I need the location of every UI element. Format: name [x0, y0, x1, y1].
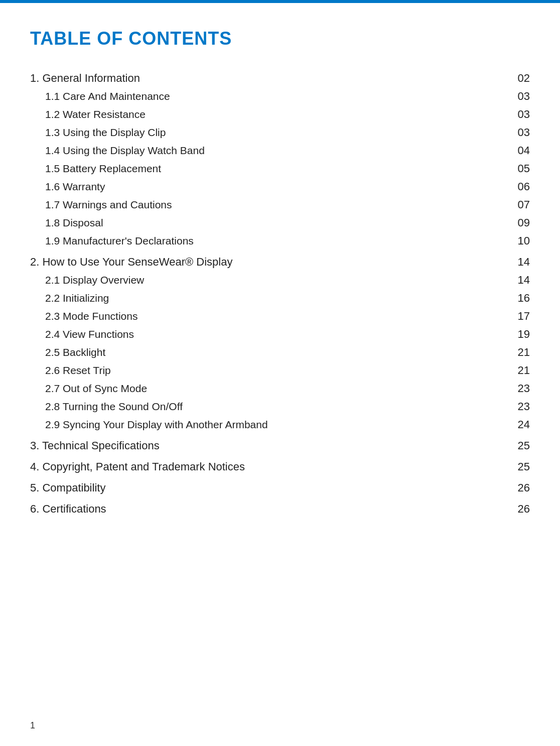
toc-sub-label-1.5: 1.5 Battery Replacement — [45, 163, 510, 175]
toc-sub-1.9: 1.9 Manufacturer's Declarations10 — [30, 232, 530, 250]
toc-sub-2.7: 2.7 Out of Sync Mode23 — [30, 380, 530, 398]
toc-sub-2.4: 2.4 View Functions19 — [30, 325, 530, 343]
toc-sub-page-2.9: 24 — [510, 418, 530, 431]
toc-sub-label-1.4: 1.4 Using the Display Watch Band — [45, 145, 510, 157]
toc-main-section-2: 2. How to Use Your SenseWear® Display14 — [30, 253, 530, 271]
toc-sub-2.5: 2.5 Backlight21 — [30, 343, 530, 361]
toc-main-section-1: 1. General Information02 — [30, 69, 530, 87]
toc-sub-label-2.4: 2.4 View Functions — [45, 328, 510, 340]
toc-sub-page-1.4: 04 — [510, 144, 530, 157]
toc-main-section-5: 5. Compatibility26 — [30, 479, 530, 497]
toc-sub-page-1.9: 10 — [510, 234, 530, 247]
toc-sub-2.2: 2.2 Initializing16 — [30, 289, 530, 307]
toc-sub-1.8: 1.8 Disposal09 — [30, 214, 530, 232]
toc-main-page-section-4: 25 — [510, 460, 530, 473]
toc-main-section-3: 3. Technical Specifications25 — [30, 437, 530, 455]
toc-sub-1.2: 1.2 Water Resistance03 — [30, 105, 530, 123]
toc-sub-page-1.3: 03 — [510, 126, 530, 139]
toc-sub-1.3: 1.3 Using the Display Clip03 — [30, 123, 530, 142]
toc-sub-page-1.1: 03 — [510, 90, 530, 103]
toc-container: 1. General Information021.1 Care And Mai… — [30, 69, 530, 518]
toc-main-label-section-1: 1. General Information — [30, 72, 510, 85]
toc-sub-label-1.3: 1.3 Using the Display Clip — [45, 127, 510, 139]
toc-sub-2.8: 2.8 Turning the Sound On/Off23 — [30, 398, 530, 416]
page-content: TABLE OF CONTENTS 1. General Information… — [0, 3, 560, 548]
toc-sub-2.6: 2.6 Reset Trip21 — [30, 361, 530, 380]
toc-sub-label-1.2: 1.2 Water Resistance — [45, 108, 510, 120]
toc-sub-page-2.8: 23 — [510, 400, 530, 413]
toc-main-page-section-2: 14 — [510, 256, 530, 269]
toc-sub-label-1.7: 1.7 Warnings and Cautions — [45, 199, 510, 211]
toc-sub-label-1.9: 1.9 Manufacturer's Declarations — [45, 235, 510, 247]
toc-main-section-6: 6. Certifications26 — [30, 500, 530, 518]
toc-sub-label-2.3: 2.3 Mode Functions — [45, 310, 510, 322]
toc-sub-1.1: 1.1 Care And Maintenance03 — [30, 87, 530, 105]
toc-main-label-section-3: 3. Technical Specifications — [30, 439, 510, 452]
page-number-footer: 1 — [30, 720, 35, 731]
toc-sub-page-2.4: 19 — [510, 328, 530, 341]
toc-sub-label-1.1: 1.1 Care And Maintenance — [45, 90, 510, 102]
toc-main-page-section-3: 25 — [510, 439, 530, 452]
toc-sub-label-2.1: 2.1 Display Overview — [45, 274, 510, 286]
toc-sub-page-1.6: 06 — [510, 180, 530, 193]
toc-sub-page-2.6: 21 — [510, 364, 530, 377]
toc-sub-2.9: 2.9 Syncing Your Display with Another Ar… — [30, 416, 530, 434]
toc-main-label-section-6: 6. Certifications — [30, 503, 510, 516]
toc-sub-2.1: 2.1 Display Overview14 — [30, 271, 530, 289]
toc-sub-page-2.3: 17 — [510, 310, 530, 323]
toc-sub-2.3: 2.3 Mode Functions17 — [30, 307, 530, 325]
toc-sub-page-2.5: 21 — [510, 346, 530, 359]
toc-sub-page-2.1: 14 — [510, 274, 530, 287]
toc-sub-1.7: 1.7 Warnings and Cautions07 — [30, 196, 530, 214]
toc-sub-page-1.2: 03 — [510, 108, 530, 121]
toc-main-label-section-4: 4. Copyright, Patent and Trademark Notic… — [30, 460, 510, 473]
toc-sub-1.4: 1.4 Using the Display Watch Band04 — [30, 142, 530, 160]
toc-sub-label-1.8: 1.8 Disposal — [45, 217, 510, 229]
toc-main-page-section-1: 02 — [510, 72, 530, 85]
toc-sub-label-1.6: 1.6 Warranty — [45, 181, 510, 193]
toc-sub-1.5: 1.5 Battery Replacement05 — [30, 160, 530, 178]
toc-main-label-section-2: 2. How to Use Your SenseWear® Display — [30, 256, 510, 269]
toc-sub-label-2.9: 2.9 Syncing Your Display with Another Ar… — [45, 419, 510, 431]
toc-sub-page-2.2: 16 — [510, 292, 530, 305]
toc-sub-1.6: 1.6 Warranty06 — [30, 178, 530, 196]
toc-main-page-section-5: 26 — [510, 481, 530, 494]
toc-sub-label-2.8: 2.8 Turning the Sound On/Off — [45, 401, 510, 413]
toc-sub-page-1.8: 09 — [510, 216, 530, 229]
toc-sub-page-1.7: 07 — [510, 198, 530, 211]
page-title: TABLE OF CONTENTS — [30, 28, 530, 49]
toc-sub-label-2.5: 2.5 Backlight — [45, 346, 510, 358]
toc-sub-label-2.7: 2.7 Out of Sync Mode — [45, 383, 510, 395]
toc-main-section-4: 4. Copyright, Patent and Trademark Notic… — [30, 458, 530, 476]
toc-main-page-section-6: 26 — [510, 503, 530, 516]
toc-sub-label-2.2: 2.2 Initializing — [45, 292, 510, 304]
toc-sub-page-1.5: 05 — [510, 162, 530, 175]
toc-sub-page-2.7: 23 — [510, 382, 530, 395]
toc-main-label-section-5: 5. Compatibility — [30, 481, 510, 494]
toc-sub-label-2.6: 2.6 Reset Trip — [45, 364, 510, 377]
